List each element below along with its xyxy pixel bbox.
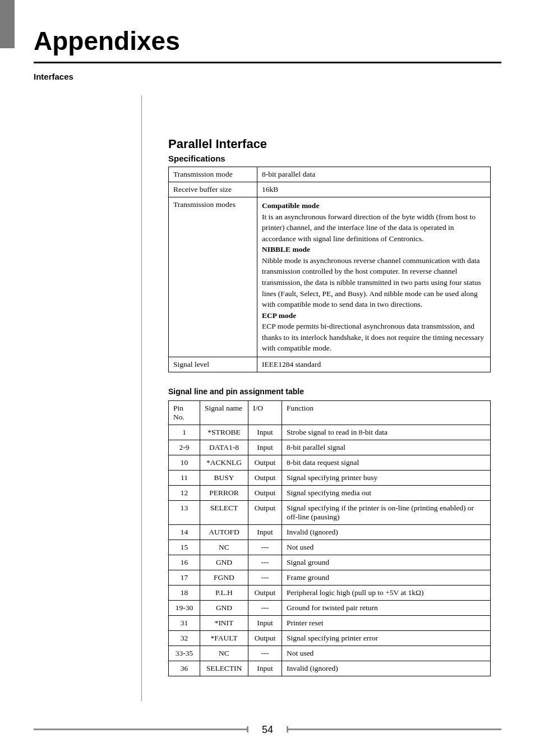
pin-no: 19-30 bbox=[169, 600, 200, 615]
chapter-title: Appendixes bbox=[34, 26, 180, 56]
pin-function: Ground for twisted pair return bbox=[282, 600, 491, 615]
pin-no: 33-35 bbox=[169, 646, 200, 661]
signal-name: GND bbox=[200, 600, 248, 615]
table-row: 10*ACKNLGOutput8-bit data request signal bbox=[169, 455, 491, 470]
table-row: 33-35NC---Not used bbox=[169, 646, 491, 661]
signal-name: P.L.H bbox=[200, 585, 248, 600]
pin-no: 14 bbox=[169, 524, 200, 540]
mode-name: Compatible mode bbox=[262, 200, 486, 211]
pin-function: 8-bit data request signal bbox=[282, 455, 491, 470]
col-header-function: Function bbox=[282, 400, 491, 425]
table-row: 31*INITInputPrinter reset bbox=[169, 615, 491, 630]
io-direction: Output bbox=[248, 630, 282, 646]
pin-no: 31 bbox=[169, 615, 200, 630]
table-row: 11BUSYOutputSignal specifying printer bu… bbox=[169, 470, 491, 485]
signal-name: *FAULT bbox=[200, 630, 248, 646]
table-row: Transmission mode 8-bit parallel data bbox=[169, 167, 491, 182]
spec-label: Receive buffer size bbox=[169, 182, 257, 197]
mode-name: ECP mode bbox=[262, 310, 486, 321]
pin-function: Peripheral logic high (pull up to +5V at… bbox=[282, 585, 491, 600]
spec-label: Transmission mode bbox=[169, 167, 257, 182]
signal-name: *STROBE bbox=[200, 425, 248, 440]
table-row: 1*STROBEInputStrobe signal to read in 8-… bbox=[169, 425, 491, 440]
pin-no: 2-9 bbox=[169, 440, 200, 455]
pin-no: 13 bbox=[169, 500, 200, 524]
spec-value: IEEE1284 standard bbox=[257, 357, 491, 372]
spec-label: Signal level bbox=[169, 357, 257, 372]
pin-assignment-table: Pin No. Signal name I/O Function 1*STROB… bbox=[168, 400, 491, 676]
table-row: Receive buffer size 16kB bbox=[169, 182, 491, 197]
pin-function: Printer reset bbox=[282, 615, 491, 630]
mode-text: It is an asynchronous forward direction … bbox=[262, 211, 486, 245]
pin-no: 18 bbox=[169, 585, 200, 600]
spec-value-modes: Compatible mode It is an asynchronous fo… bbox=[257, 197, 491, 357]
io-direction: Input bbox=[248, 440, 282, 455]
signal-name: AUTOFD bbox=[200, 524, 248, 540]
pin-function: Signal specifying printer busy bbox=[282, 470, 491, 485]
pin-function: 8-bit parallel signal bbox=[282, 440, 491, 455]
pin-function: Signal specifying printer error bbox=[282, 630, 491, 646]
signal-name: GND bbox=[200, 555, 248, 570]
io-direction: Input bbox=[248, 425, 282, 440]
signal-name: SELECT bbox=[200, 500, 248, 524]
signal-name: *ACKNLG bbox=[200, 455, 248, 470]
pin-function: Frame ground bbox=[282, 570, 491, 585]
mode-name: NIBBLE mode bbox=[262, 244, 486, 255]
page-number: 54 bbox=[0, 724, 535, 736]
table-row: 15NC---Not used bbox=[169, 540, 491, 555]
pin-no: 32 bbox=[169, 630, 200, 646]
io-direction: --- bbox=[248, 555, 282, 570]
spec-value: 16kB bbox=[257, 182, 491, 197]
pin-function: Signal ground bbox=[282, 555, 491, 570]
io-direction: --- bbox=[248, 570, 282, 585]
pin-no: 17 bbox=[169, 570, 200, 585]
io-direction: Input bbox=[248, 615, 282, 630]
section-title: Parallel Interface bbox=[168, 137, 501, 151]
io-direction: Input bbox=[248, 524, 282, 540]
io-direction: Output bbox=[248, 585, 282, 600]
pin-table-heading: Signal line and pin assignment table bbox=[168, 387, 501, 396]
signal-name: FGND bbox=[200, 570, 248, 585]
io-direction: --- bbox=[248, 646, 282, 661]
table-row: 14AUTOFDInputInvalid (ignored) bbox=[169, 524, 491, 540]
signal-name: PERROR bbox=[200, 485, 248, 500]
table-row: 36SELECTINInputInvalid (ignored) bbox=[169, 661, 491, 676]
section-edge-tab bbox=[0, 0, 15, 48]
pin-function: Signal specifying if the printer is on-l… bbox=[282, 500, 491, 524]
pin-function: Invalid (ignored) bbox=[282, 524, 491, 540]
io-direction: Output bbox=[248, 455, 282, 470]
pin-no: 12 bbox=[169, 485, 200, 500]
table-row: 17FGND---Frame ground bbox=[169, 570, 491, 585]
table-row: 19-30GND---Ground for twisted pair retur… bbox=[169, 600, 491, 615]
pin-function: Not used bbox=[282, 540, 491, 555]
col-header-pin: Pin No. bbox=[169, 400, 200, 425]
io-direction: Output bbox=[248, 470, 282, 485]
pin-no: 16 bbox=[169, 555, 200, 570]
table-row: Signal level IEEE1284 standard bbox=[169, 357, 491, 372]
signal-name: NC bbox=[200, 646, 248, 661]
table-row: 13SELECTOutputSignal specifying if the p… bbox=[169, 500, 491, 524]
table-row: Transmission modes Compatible mode It is… bbox=[169, 197, 491, 357]
table-row: 18P.L.HOutputPeripheral logic high (pull… bbox=[169, 585, 491, 600]
specifications-heading: Specifications bbox=[168, 154, 501, 163]
pin-function: Not used bbox=[282, 646, 491, 661]
table-row: 12PERROROutputSignal specifying media ou… bbox=[169, 485, 491, 500]
spec-label: Transmission modes bbox=[169, 197, 257, 357]
specifications-table: Transmission mode 8-bit parallel data Re… bbox=[168, 167, 491, 372]
table-row: 16GND---Signal ground bbox=[169, 555, 491, 570]
io-direction: Input bbox=[248, 661, 282, 676]
spec-value: 8-bit parallel data bbox=[257, 167, 491, 182]
signal-name: *INIT bbox=[200, 615, 248, 630]
col-header-io: I/O bbox=[248, 400, 282, 425]
col-header-signal: Signal name bbox=[200, 400, 248, 425]
pin-no: 11 bbox=[169, 470, 200, 485]
pin-function: Invalid (ignored) bbox=[282, 661, 491, 676]
pin-no: 10 bbox=[169, 455, 200, 470]
io-direction: --- bbox=[248, 600, 282, 615]
mode-text: Nibble mode is asynchronous reverse chan… bbox=[262, 255, 486, 310]
io-direction: Output bbox=[248, 485, 282, 500]
pin-function: Signal specifying media out bbox=[282, 485, 491, 500]
table-row: 2-9DATA1-8Input8-bit parallel signal bbox=[169, 440, 491, 455]
table-row: 32*FAULTOutputSignal specifying printer … bbox=[169, 630, 491, 646]
pin-no: 36 bbox=[169, 661, 200, 676]
